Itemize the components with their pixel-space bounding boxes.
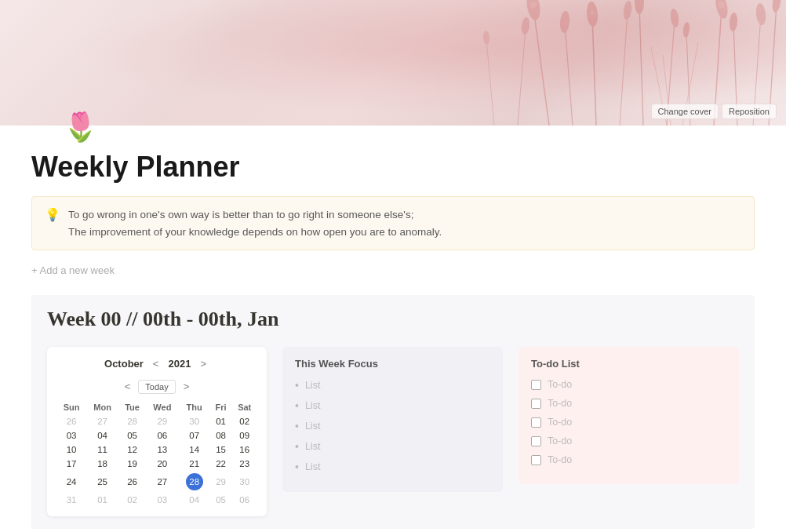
calendar-day[interactable]: 11 [86, 443, 118, 457]
calendar-day[interactable]: 15 [210, 443, 232, 457]
calendar-day[interactable]: 29 [146, 414, 179, 428]
todo-checkbox[interactable] [531, 455, 541, 465]
prev-month-button[interactable]: < [150, 356, 162, 371]
calendar-day[interactable]: 20 [146, 457, 179, 471]
calendar-day[interactable]: 27 [146, 471, 179, 493]
svg-line-2 [565, 24, 573, 126]
calendar-day[interactable]: 24 [56, 471, 86, 493]
calendar-day[interactable]: 03 [146, 493, 179, 507]
svg-point-21 [771, 0, 782, 13]
todo-checkbox[interactable] [531, 380, 541, 390]
svg-point-26 [530, 2, 537, 8]
page-title: Weekly Planner [31, 151, 755, 184]
calendar-day[interactable]: 16 [231, 443, 257, 457]
svg-point-23 [482, 31, 489, 46]
add-week-button[interactable]: + Add a new week [31, 264, 115, 276]
calendar-day[interactable]: 22 [210, 457, 232, 471]
focus-list-item[interactable]: List [295, 440, 490, 453]
svg-point-28 [719, 2, 725, 8]
calendar-day[interactable]: 02 [231, 414, 257, 428]
calendar-day[interactable]: 25 [86, 471, 118, 493]
todo-title: To-do List [531, 358, 726, 370]
calendar-month: October [104, 358, 144, 370]
quote-text: To go wrong in one's own way is better t… [68, 206, 442, 240]
focus-list: ListListListListList [295, 379, 490, 473]
calendar-day[interactable]: 05 [118, 428, 146, 443]
calendar-day[interactable]: 08 [210, 428, 232, 443]
day-header-sun: Sun [56, 400, 86, 414]
calendar-day[interactable]: 29 [210, 471, 232, 493]
calendar-day[interactable]: 19 [118, 457, 146, 471]
svg-point-9 [635, 0, 644, 14]
day-header-thu: Thu [179, 400, 210, 414]
page-icon[interactable]: 🌷 [63, 113, 98, 141]
calendar-day[interactable]: 06 [146, 428, 179, 443]
focus-list-item[interactable]: List [295, 461, 490, 473]
calendar-day[interactable]: 31 [56, 493, 86, 507]
todo-checkbox[interactable] [531, 436, 541, 446]
focus-list-item[interactable]: List [295, 399, 490, 412]
calendar-day[interactable]: 09 [231, 428, 257, 443]
reposition-button[interactable]: Reposition [722, 104, 777, 119]
focus-list-item[interactable]: List [295, 379, 490, 392]
todo-checkbox[interactable] [531, 417, 541, 428]
week-title: Week 00 // 00th - 00th, Jan [47, 308, 739, 331]
calendar-day[interactable]: 26 [56, 414, 86, 428]
calendar-header: October < 2021 > [56, 356, 257, 371]
calendar-day[interactable]: 07 [179, 428, 210, 443]
calendar-day[interactable]: 26 [118, 471, 146, 493]
todo-checkbox[interactable] [531, 399, 541, 409]
focus-list-item[interactable]: List [295, 420, 490, 432]
day-header-sat: Sat [231, 400, 257, 414]
calendar-day[interactable]: 04 [86, 428, 118, 443]
calendar-day[interactable]: 01 [86, 493, 118, 507]
week-body: October < 2021 > < Today > Sun Mon Tue [47, 347, 739, 516]
focus-title: This Week Focus [295, 358, 490, 370]
day-header-mon: Mon [86, 400, 118, 414]
svg-line-8 [639, 4, 643, 126]
change-cover-button[interactable]: Change cover [651, 104, 719, 119]
todo-list-item[interactable]: To-do [531, 398, 726, 409]
svg-point-25 [521, 16, 531, 35]
calendar-day[interactable]: 13 [146, 443, 179, 457]
calendar-day[interactable]: 10 [56, 443, 86, 457]
todo-list-item[interactable]: To-do [531, 379, 726, 390]
svg-point-13 [682, 22, 690, 38]
calendar-day[interactable]: 06 [231, 493, 257, 507]
calendar-day[interactable]: 23 [231, 457, 257, 471]
calendar-day[interactable]: 04 [179, 493, 210, 507]
calendar-day[interactable]: 27 [86, 414, 118, 428]
next-month-button[interactable]: > [197, 356, 209, 371]
week-section: Week 00 // 00th - 00th, Jan October < 20… [31, 295, 755, 529]
todo-list-item[interactable]: To-do [531, 417, 726, 428]
calendar-day[interactable]: 03 [56, 428, 86, 443]
calendar-day[interactable]: 21 [179, 457, 210, 471]
calendar-day[interactable]: 01 [210, 414, 232, 428]
svg-point-27 [590, 10, 595, 15]
calendar-day[interactable]: 30 [231, 471, 257, 493]
calendar-day[interactable]: 14 [179, 443, 210, 457]
prev-week-button[interactable]: < [122, 379, 134, 394]
calendar-day[interactable]: 17 [56, 457, 86, 471]
calendar-grid: Sun Mon Tue Wed Thu Fri Sat 262728293001… [56, 400, 257, 507]
cover-image: Change cover Reposition [0, 0, 786, 126]
today-button[interactable]: Today [138, 380, 175, 394]
calendar-day[interactable]: 05 [210, 493, 232, 507]
todo-list-item[interactable]: To-do [531, 435, 726, 446]
calendar-nav-bar: < Today > [56, 379, 257, 394]
calendar-day[interactable]: 28 [118, 414, 146, 428]
todo-list-item[interactable]: To-do [531, 454, 726, 465]
next-week-button[interactable]: > [180, 379, 193, 394]
calendar-day[interactable]: 12 [118, 443, 146, 457]
svg-point-19 [755, 2, 767, 25]
cover-actions[interactable]: Change cover Reposition [651, 104, 777, 119]
calendar-day-headers: Sun Mon Tue Wed Thu Fri Sat [56, 400, 257, 414]
day-header-fri: Fri [210, 400, 232, 414]
calendar-day[interactable]: 28 [179, 471, 210, 493]
calendar-day[interactable]: 02 [118, 493, 146, 507]
calendar-day[interactable]: 18 [86, 457, 118, 471]
calendar-day[interactable]: 30 [179, 414, 210, 428]
svg-line-22 [486, 39, 494, 126]
svg-line-4 [592, 16, 596, 126]
svg-line-0 [533, 8, 549, 126]
